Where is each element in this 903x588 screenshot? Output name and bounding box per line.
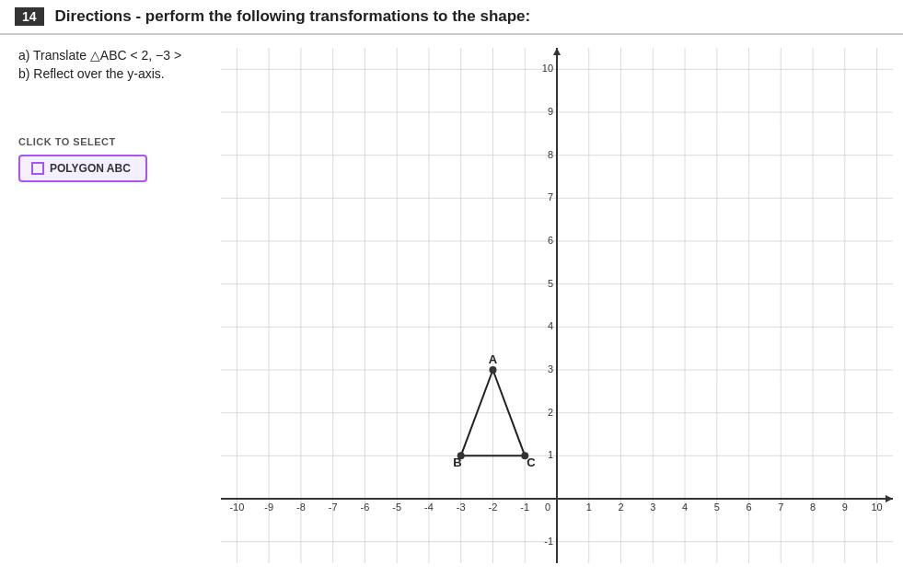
polygon-abc-button[interactable]: POLYGON ABC [18,155,147,182]
header-bar: 14 Directions - perform the following tr… [0,0,903,35]
coordinate-graph [221,48,893,563]
page-container: 14 Directions - perform the following tr… [0,0,903,588]
instructions: a) Translate △ABC < 2, −3 > b) Reflect o… [18,48,203,81]
polygon-icon [31,162,44,175]
instruction-part-a: a) Translate △ABC < 2, −3 > [18,48,203,63]
left-panel: a) Translate △ABC < 2, −3 > b) Reflect o… [18,48,203,182]
instruction-part-b: b) Reflect over the y-axis. [18,66,203,81]
graph-area [221,48,885,182]
question-number: 14 [15,7,44,26]
polygon-button-label: POLYGON ABC [50,162,131,175]
click-to-select-label: CLICK TO SELECT [18,136,203,147]
directions-title: Directions - perform the following trans… [55,7,531,26]
main-content: a) Translate △ABC < 2, −3 > b) Reflect o… [0,35,903,195]
